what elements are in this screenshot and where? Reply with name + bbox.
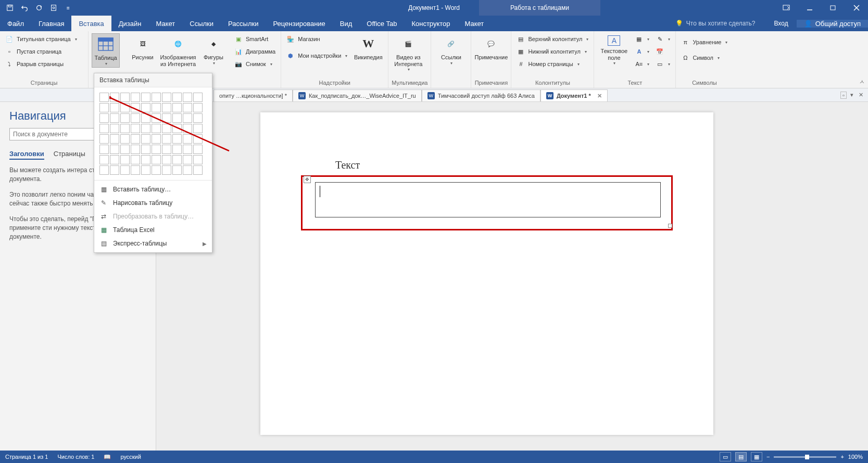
doc-tab-1[interactable]: опиту …кциональности] * [213, 89, 293, 101]
tab-table-design[interactable]: Конструктор [404, 16, 457, 31]
page-number-button[interactable]: #Номер страницы [514, 58, 590, 70]
tabs-dropdown[interactable]: ▾ [849, 92, 855, 98]
addins-icon: ⬢ [286, 52, 295, 60]
view-print-button[interactable]: ▤ [735, 452, 747, 461]
object-button[interactable]: ▭ [653, 58, 672, 70]
close-button[interactable] [845, 0, 868, 16]
header-label: Верхний колонтитул [528, 36, 582, 42]
quick-tables-menu[interactable]: ▤Экспресс-таблицы▶ [94, 237, 212, 250]
excel-table-menu[interactable]: ▦Таблица Excel [94, 223, 212, 237]
smartart-button[interactable]: ▣SmartArt [232, 33, 278, 45]
cover-page-button[interactable]: 📄Титульная страница [3, 33, 79, 45]
zoom-out-button[interactable]: − [766, 454, 770, 460]
group-pages-label: Страницы [3, 79, 85, 88]
collapse-ribbon-button[interactable]: ㅅ [859, 78, 865, 86]
maximize-button[interactable] [821, 0, 845, 16]
doc-tab-2[interactable]: WКак_подписать_док…_WiseAdvice_IT_ru [293, 89, 422, 101]
tab-table-layout[interactable]: Макет [458, 16, 492, 31]
status-page[interactable]: Страница 1 из 1 [5, 454, 48, 460]
table-size-grid[interactable] [94, 87, 212, 180]
footer-button[interactable]: ▦Нижний колонтитул [514, 46, 590, 57]
status-bar: Страница 1 из 1 Число слов: 1 📖 русский … [0, 451, 868, 463]
tab-insert[interactable]: Вставка [71, 16, 111, 31]
textbox-button[interactable]: AТекстовое поле [597, 33, 631, 67]
convert-icon: ⇄ [99, 212, 108, 221]
qat-customize[interactable]: ≡ [61, 2, 75, 14]
datetime-button[interactable]: 📅 [653, 46, 672, 57]
touch-mode-button[interactable] [47, 2, 60, 14]
equation-label: Уравнение [693, 39, 721, 45]
chart-button[interactable]: 📊Диаграмма [232, 46, 278, 57]
close-tab-icon[interactable]: ✕ [597, 93, 602, 99]
tab-mailings[interactable]: Рассылки [221, 16, 266, 31]
draw-table-menu[interactable]: ✎Нарисовать таблицу [94, 196, 212, 210]
lightbulb-icon: 💡 [675, 20, 683, 27]
close-all-tabs[interactable]: ✕ [857, 92, 865, 98]
my-addins-button[interactable]: ⬢Мои надстройки [284, 50, 349, 61]
zoom-value[interactable]: 100% [848, 454, 863, 460]
symbol-label: Символ [693, 55, 713, 61]
online-pictures-button[interactable]: 🌐Изображения из Интернета [161, 33, 195, 68]
zoom-in-button[interactable]: + [840, 454, 844, 460]
tab-layout[interactable]: Макет [148, 16, 182, 31]
tab-view[interactable]: Вид [333, 16, 360, 31]
status-words[interactable]: Число слов: 1 [57, 454, 94, 460]
shapes-button[interactable]: ◆Фигуры [197, 33, 230, 67]
quick-parts-button[interactable]: ▦ [633, 33, 651, 45]
tab-home[interactable]: Главная [31, 16, 71, 31]
document-text[interactable]: Текст [335, 159, 661, 171]
document-table[interactable] [315, 182, 661, 217]
symbol-button[interactable]: ΩСимвол [679, 52, 729, 63]
insert-table-menu[interactable]: ▦Вставить таблицу… [94, 183, 212, 196]
wikipedia-button[interactable]: WВикипедия [351, 33, 385, 62]
pictures-button[interactable]: 🖼Рисунки [126, 33, 159, 62]
online-video-button[interactable]: 🎬Видео из Интернета [392, 33, 425, 73]
tab-review[interactable]: Рецензирование [266, 16, 332, 31]
nav-tab-headings[interactable]: Заголовки [9, 150, 44, 160]
table-button[interactable]: Таблица [92, 33, 120, 68]
new-tab-button[interactable]: ▫ [840, 92, 847, 99]
tell-me-search[interactable]: 💡 Что вы хотите сделать? [665, 20, 766, 27]
minimize-button[interactable] [798, 0, 821, 16]
view-web-button[interactable]: ▦ [751, 452, 762, 461]
status-language[interactable]: русский [120, 454, 141, 460]
links-button[interactable]: 🔗Ссылки [434, 33, 468, 67]
tab-file[interactable]: Файл [0, 16, 31, 31]
document-page: Текст ✥ [260, 112, 713, 435]
doc-tab-3[interactable]: WТимчасовий доступ лайф 663 Алиса [422, 89, 540, 101]
pagenum-label: Номер страницы [528, 61, 573, 67]
wordart-button[interactable]: A [633, 46, 651, 57]
store-button[interactable]: 🏪Магазин [284, 33, 349, 45]
share-button[interactable]: 👤 Общий доступ [797, 20, 868, 28]
tab-design[interactable]: Дизайн [111, 16, 149, 31]
table-resize-handle[interactable] [668, 224, 672, 228]
insert-table-label: Вставить таблицу… [113, 186, 171, 193]
nav-tab-pages[interactable]: Страницы [54, 150, 85, 160]
signature-button[interactable]: ✎ [653, 33, 672, 45]
tab-references[interactable]: Ссылки [182, 16, 221, 31]
save-button[interactable] [3, 2, 17, 14]
dropcap-button[interactable]: A≡ [633, 58, 651, 70]
comment-button[interactable]: 💬Примечание [474, 33, 508, 62]
doc-tab-4[interactable]: WДокумент1 *✕ [540, 89, 608, 101]
object-icon: ▭ [656, 60, 664, 68]
zoom-slider[interactable] [774, 456, 836, 458]
redo-button[interactable] [32, 2, 46, 14]
links-label: Ссылки [441, 54, 461, 61]
ribbon-options-button[interactable] [774, 0, 798, 16]
equation-button[interactable]: πУравнение [679, 36, 729, 48]
document-area[interactable]: Текст ✥ [156, 102, 868, 451]
video-icon: 🎬 [400, 35, 417, 52]
table-move-handle[interactable]: ✥ [304, 176, 311, 183]
screenshot-button[interactable]: 📷Снимок [232, 58, 278, 70]
header-button[interactable]: ▤Верхний колонтитул [514, 33, 590, 45]
tab-officetab[interactable]: Office Tab [359, 16, 404, 31]
undo-button[interactable] [18, 2, 31, 14]
sign-in-link[interactable]: Вход [766, 20, 797, 27]
blank-page-button[interactable]: ▫Пустая страница [3, 46, 79, 57]
page-break-button[interactable]: ⤵Разрыв страницы [3, 58, 79, 70]
spellcheck-icon[interactable]: 📖 [104, 454, 111, 460]
link-icon: 🔗 [443, 35, 459, 52]
view-read-button[interactable]: ▭ [720, 452, 731, 461]
doc-tab-4-label: Документ1 * [557, 93, 591, 99]
